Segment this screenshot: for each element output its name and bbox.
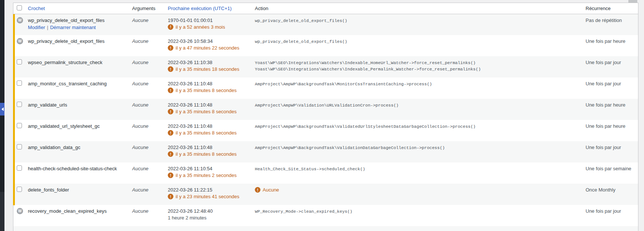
table-row: Wwp_privacy_delete_old_export_filesModif… xyxy=(13,14,638,35)
recurrence-value: Pas de répétition xyxy=(586,18,622,23)
row-checkbox[interactable] xyxy=(17,59,22,64)
arguments-value: Aucune xyxy=(132,123,148,129)
cron-events-table-wrap: Crochet Arguments Prochaine exécution (U… xyxy=(13,3,638,231)
table-row: amp_validation_data_gcAucune2022-03-26 1… xyxy=(13,141,638,162)
next-run-relative: il y a 35 minutes 8 secondes xyxy=(176,88,237,93)
warning-icon: ! xyxy=(168,24,173,30)
recurrence-value: Une fois par jour xyxy=(586,60,621,65)
hook-name: delete_fonts_folder xyxy=(28,187,128,193)
next-run-relative: il y a 23 minutes 41 secondes xyxy=(176,194,239,199)
wordpress-icon: W xyxy=(17,38,23,44)
action-warning: !Aucune xyxy=(255,187,582,193)
next-run-relative-line: !il y a 23 minutes 41 secondes xyxy=(168,194,251,199)
table-row: wpseo_permalink_structure_checkAucune202… xyxy=(13,56,638,77)
action-callback: AmpProject\AmpWP\Validation\URLValidatio… xyxy=(255,102,582,108)
select-all-checkbox[interactable] xyxy=(17,5,22,10)
next-run-relative-line: !il y a 47 minutes 22 secondes xyxy=(168,45,251,51)
hook-name: recovery_mode_clean_expired_keys xyxy=(28,208,128,214)
next-run-relative-line: !il y a 35 minutes 8 secondes xyxy=(168,130,251,136)
row-checkbox[interactable] xyxy=(17,123,22,128)
arguments-value: Aucune xyxy=(132,81,148,86)
warning-icon: ! xyxy=(168,45,173,51)
hook-name: amp_monitor_css_transient_caching xyxy=(28,81,128,86)
table-row: Wrecovery_mode_clean_expired_keysAucune2… xyxy=(13,205,638,226)
arguments-value: Aucune xyxy=(132,187,148,193)
cron-events-table: Crochet Arguments Prochaine exécution (U… xyxy=(13,3,638,231)
row-action-edit[interactable]: Modifier xyxy=(28,25,45,30)
action-callback: Health_Check_Site_Status->scheduled_chec… xyxy=(255,166,582,172)
column-header-arguments: Arguments xyxy=(132,6,156,11)
row-action-separator: | xyxy=(47,25,48,30)
next-run-datetime: 1970-01-01 01:00:01 xyxy=(168,18,251,23)
arguments-value: Aucune xyxy=(132,18,148,23)
hook-name: amp_validate_urls xyxy=(28,102,128,108)
next-run-relative-line: !il y a 35 minutes 8 secondes xyxy=(168,88,251,93)
action-callback: wp_privacy_delete_old_export_files() xyxy=(255,38,582,45)
wordpress-icon: W xyxy=(17,208,23,214)
arguments-value: Aucune xyxy=(132,166,148,171)
column-header-action: Action xyxy=(255,6,268,11)
admin-menu-top xyxy=(0,0,4,103)
warning-icon: ! xyxy=(168,194,173,199)
next-run-relative: il y a 35 minutes 2 secondes xyxy=(176,173,237,178)
row-checkbox[interactable] xyxy=(17,102,22,107)
scrollbar-fragment xyxy=(628,0,637,3)
next-run-datetime: 2022-03-26 10:58:34 xyxy=(168,38,251,44)
late-events-indicator-bar xyxy=(13,14,15,205)
recurrence-value: Une fois par heure xyxy=(586,123,625,129)
next-run-relative: il y a 52 années 3 mois xyxy=(176,24,225,30)
recurrence-value: Une fois par heure xyxy=(586,38,625,44)
warning-icon: ! xyxy=(168,66,173,72)
recurrence-value: Une fois par semaine xyxy=(586,166,631,171)
hook-name: amp_validation_data_gc xyxy=(28,145,128,150)
hook-name: wp_privacy_delete_old_export_files xyxy=(28,38,128,44)
column-header-hook[interactable]: Crochet xyxy=(28,6,45,11)
column-header-next-run[interactable]: Prochaine exécution (UTC+1) xyxy=(168,6,232,11)
column-header-recurrence: Récurrence xyxy=(586,6,611,11)
next-run-relative: il y a 35 minutes 8 secondes xyxy=(176,151,237,157)
next-run-relative: 1 heure 2 minutes xyxy=(168,215,206,221)
warning-icon: ! xyxy=(168,88,173,93)
hook-name: wpseo_permalink_structure_check xyxy=(28,60,128,65)
recurrence-value: Une fois par heure xyxy=(586,102,625,108)
action-callback: WP_Recovery_Mode->clean_expired_keys() xyxy=(255,208,582,215)
recurrence-value: Once Monthly xyxy=(586,187,615,193)
next-run-relative-line: !il y a 52 années 3 mois xyxy=(168,24,251,30)
warning-icon: ! xyxy=(168,130,173,136)
table-row: amp_monitor_css_transient_cachingAucune2… xyxy=(13,77,638,99)
row-action-run-now[interactable]: Démarrer maintenant xyxy=(50,25,96,30)
row-actions: Modifier|Démarrer maintenant xyxy=(28,25,128,30)
recurrence-value: Une fois par jour xyxy=(586,81,621,86)
collapse-menu-button[interactable] xyxy=(0,103,4,116)
next-run-relative: il y a 35 minutes 8 secondes xyxy=(176,109,237,114)
row-checkbox[interactable] xyxy=(17,165,22,171)
table-header-row: Crochet Arguments Prochaine exécution (U… xyxy=(13,3,638,14)
next-run-relative: il y a 47 minutes 22 secondes xyxy=(176,45,239,51)
warning-icon: ! xyxy=(168,173,173,178)
action-warning-text: Aucune xyxy=(263,187,279,193)
hook-name: health-check-scheduled-site-status-check xyxy=(28,166,128,171)
recurrence-value: Une fois par jour xyxy=(586,208,621,214)
arguments-value: Aucune xyxy=(132,208,148,214)
recurrence-value: Une fois par jour xyxy=(586,145,621,150)
table-row: health-check-scheduled-site-status-check… xyxy=(13,162,638,184)
table-row: delete_fonts_folderAucune2022-03-26 11:2… xyxy=(13,184,638,205)
arguments-value: Aucune xyxy=(132,145,148,150)
admin-menu-bottom xyxy=(0,192,4,231)
row-checkbox[interactable] xyxy=(17,187,22,192)
table-row: Wwp_privacy_delete_old_export_filesAucun… xyxy=(13,35,638,56)
row-checkbox[interactable] xyxy=(17,144,22,149)
warning-icon: ! xyxy=(168,151,173,157)
hook-name: amp_validated_url_stylesheet_gc xyxy=(28,123,128,129)
chevron-left-icon xyxy=(1,107,4,111)
wordpress-icon: W xyxy=(17,17,23,23)
table-row-partial xyxy=(13,226,638,231)
next-run-datetime: 2022-03-26 11:10:38 xyxy=(168,60,251,65)
arguments-value: Aucune xyxy=(132,102,148,108)
table-row: amp_validate_urlsAucune2022-03-26 11:10:… xyxy=(13,99,638,120)
arguments-value: Aucune xyxy=(132,60,148,65)
row-checkbox[interactable] xyxy=(17,80,22,86)
action-callback: AmpProject\AmpWP\BackgroundTask\Validate… xyxy=(255,123,582,130)
warning-icon: ! xyxy=(168,109,173,114)
cron-table-body: Wwp_privacy_delete_old_export_filesModif… xyxy=(13,14,638,231)
